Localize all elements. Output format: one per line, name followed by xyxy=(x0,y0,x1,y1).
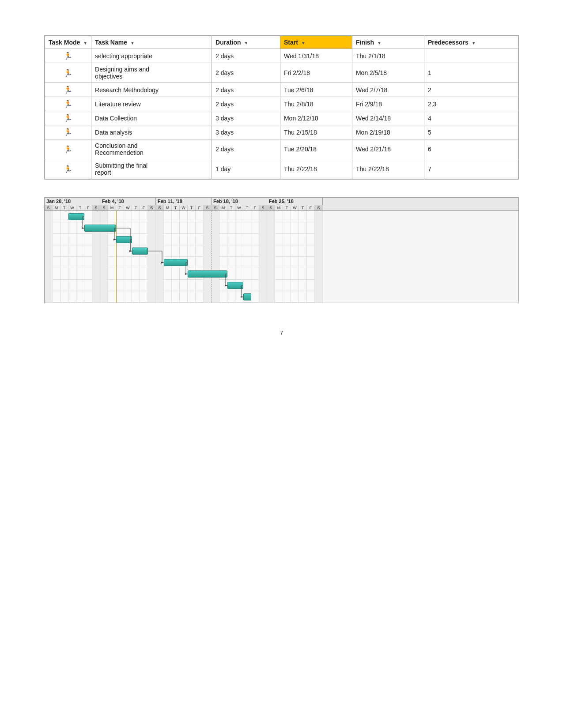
table-row: 🏃Designing aims andobjectives2 daysFri 2… xyxy=(45,63,518,83)
task-mode-icon: 🏃 xyxy=(64,86,72,94)
gantt-bar xyxy=(227,282,243,289)
task-mode-icon: 🏃 xyxy=(64,128,72,136)
gantt-day-cell: S xyxy=(204,205,212,210)
duration-cell: 2 days xyxy=(212,63,280,83)
gantt-day-cell: F xyxy=(140,205,148,210)
gantt-day-cell: T xyxy=(283,205,291,210)
gantt-day-cell: S xyxy=(212,205,219,210)
start-cell: Thu 2/8/18 xyxy=(280,97,352,111)
finish-cell: Wed 2/14/18 xyxy=(352,111,424,125)
gantt-day-cell: F xyxy=(84,205,92,210)
gantt-day-cell: T xyxy=(116,205,124,210)
gantt-day-cell: T xyxy=(299,205,307,210)
task-mode-cell: 🏃 xyxy=(45,63,91,83)
gantt-day-cell: F xyxy=(196,205,204,210)
finish-cell: Fri 2/9/18 xyxy=(352,97,424,111)
gantt-day-cell: S xyxy=(100,205,108,210)
start-cell: Thu 2/15/18 xyxy=(280,125,352,139)
gantt-bar xyxy=(164,259,188,266)
task-mode-cell: 🏃 xyxy=(45,159,91,179)
predecessors-cell: 2,3 xyxy=(424,97,518,111)
gantt-week-label: Jan 28, '18 xyxy=(45,198,100,205)
gantt-day-cell: W xyxy=(124,205,132,210)
gantt-day-cell: T xyxy=(132,205,140,210)
predecessors-cell: 4 xyxy=(424,111,518,125)
predecessors-cell: 2 xyxy=(424,83,518,97)
gantt-chart: Jan 28, '18Feb 4, '18Feb 11, '18Feb 18, … xyxy=(44,197,519,303)
gantt-day-cell: W xyxy=(291,205,299,210)
gantt-row xyxy=(45,211,323,222)
start-cell: Thu 2/22/18 xyxy=(280,159,352,179)
task-mode-icon: 🏃 xyxy=(64,165,72,173)
gantt-row xyxy=(45,245,323,257)
gantt-day-cell: M xyxy=(53,205,60,210)
finish-cell: Thu 2/1/18 xyxy=(352,49,424,63)
predecessors-cell: 1 xyxy=(424,63,518,83)
gantt-day-cell: T xyxy=(172,205,180,210)
gantt-dashed-line xyxy=(212,211,212,303)
gantt-body xyxy=(45,211,323,303)
gantt-week-label: Feb 18, '18 xyxy=(212,198,267,205)
gantt-day-cell: S xyxy=(259,205,267,210)
gantt-day-cell: S xyxy=(267,205,275,210)
finish-cell: Mon 2/19/18 xyxy=(352,125,424,139)
col-task-name[interactable]: Task Name ▼ xyxy=(91,36,212,49)
col-start[interactable]: Start ▼ xyxy=(280,36,352,49)
task-mode-cell: 🏃 xyxy=(45,111,91,125)
task-mode-icon: 🏃 xyxy=(64,69,72,77)
gantt-day-cell: M xyxy=(164,205,172,210)
gantt-day-cell: T xyxy=(243,205,251,210)
gantt-today-line xyxy=(116,211,117,303)
col-finish[interactable]: Finish ▼ xyxy=(352,36,424,49)
gantt-header: Jan 28, '18Feb 4, '18Feb 11, '18Feb 18, … xyxy=(45,198,518,211)
task-name-cell: Submitting the finalreport xyxy=(91,159,212,179)
predecessors-cell xyxy=(424,49,518,63)
task-mode-icon: 🏃 xyxy=(64,100,72,108)
gantt-row xyxy=(45,291,323,303)
task-mode-cell: 🏃 xyxy=(45,49,91,63)
gantt-week-label: Feb 11, '18 xyxy=(156,198,212,205)
gantt-day-cell: W xyxy=(180,205,188,210)
gantt-bar xyxy=(116,236,132,243)
predecessors-cell: 7 xyxy=(424,159,518,179)
table-row: 🏃Conclusion andRecommendetion2 daysTue 2… xyxy=(45,139,518,159)
task-mode-icon: 🏃 xyxy=(64,145,72,154)
gantt-day-cell: S xyxy=(92,205,100,210)
table-row: 🏃Submitting the finalreport1 dayThu 2/22… xyxy=(45,159,518,179)
gantt-row xyxy=(45,234,323,245)
predecessors-cell: 6 xyxy=(424,139,518,159)
task-mode-icon: 🏃 xyxy=(64,114,72,122)
gantt-day-cell: M xyxy=(275,205,283,210)
gantt-bar xyxy=(68,213,84,220)
gantt-weeks-row: Jan 28, '18Feb 4, '18Feb 11, '18Feb 18, … xyxy=(45,198,518,205)
task-name-cell: Conclusion andRecommendetion xyxy=(91,139,212,159)
finish-cell: Wed 2/7/18 xyxy=(352,83,424,97)
table-row: 🏃Literature review2 daysThu 2/8/18Fri 2/… xyxy=(45,97,518,111)
task-name-cell: Designing aims andobjectives xyxy=(91,63,212,83)
task-mode-cell: 🏃 xyxy=(45,125,91,139)
gantt-bar xyxy=(132,248,148,255)
task-mode-cell: 🏃 xyxy=(45,83,91,97)
col-duration[interactable]: Duration ▼ xyxy=(212,36,280,49)
gantt-bar xyxy=(243,293,251,300)
start-cell: Mon 2/12/18 xyxy=(280,111,352,125)
start-cell: Tue 2/20/18 xyxy=(280,139,352,159)
finish-cell: Thu 2/22/18 xyxy=(352,159,424,179)
gantt-day-cell: S xyxy=(156,205,164,210)
task-name-cell: Research Methodology xyxy=(91,83,212,97)
duration-cell: 2 days xyxy=(212,97,280,111)
gantt-day-cell: S xyxy=(148,205,156,210)
task-name-cell: selecting appropriate xyxy=(91,49,212,63)
col-predecessors[interactable]: Predecessors ▼ xyxy=(424,36,518,49)
table-row: 🏃selecting appropriate2 daysWed 1/31/18T… xyxy=(45,49,518,63)
gantt-bar xyxy=(84,225,116,232)
gantt-day-cell: M xyxy=(219,205,227,210)
col-task-mode[interactable]: Task Mode ▼ xyxy=(45,36,91,49)
start-cell: Tue 2/6/18 xyxy=(280,83,352,97)
task-mode-cell: 🏃 xyxy=(45,139,91,159)
gantt-day-cell: T xyxy=(188,205,196,210)
table-row: 🏃Data Collection3 daysMon 2/12/18Wed 2/1… xyxy=(45,111,518,125)
gantt-row xyxy=(45,280,323,291)
gantt-day-cell: T xyxy=(76,205,84,210)
duration-cell: 1 day xyxy=(212,159,280,179)
